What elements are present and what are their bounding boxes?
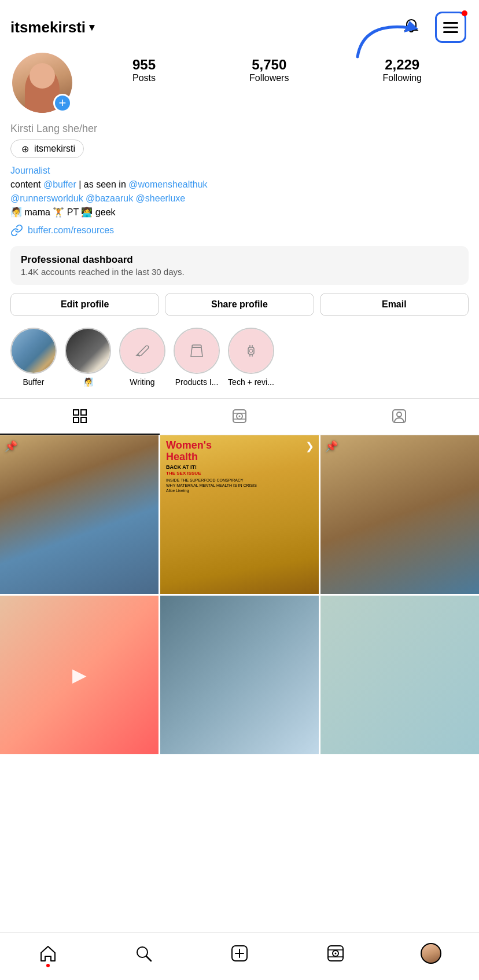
bio: Journalist content @buffer | as seen in … bbox=[10, 164, 469, 219]
search-icon bbox=[133, 943, 154, 964]
story-item-writing[interactable]: Writing bbox=[119, 328, 165, 387]
profile-nav-avatar bbox=[421, 943, 441, 964]
story-label-buffer: Buffer bbox=[23, 377, 44, 387]
tab-tagged[interactable] bbox=[319, 399, 479, 435]
nav-home[interactable] bbox=[32, 941, 64, 966]
nav-reels[interactable] bbox=[319, 941, 352, 966]
link-icon bbox=[10, 224, 23, 237]
svg-rect-4 bbox=[73, 410, 79, 415]
grid-cell-6[interactable] bbox=[320, 596, 479, 754]
threads-badge[interactable]: ⊕ itsmekirsti bbox=[10, 140, 84, 158]
profile-section: + 955 Posts 5,750 Followers 2,229 Follow… bbox=[0, 51, 479, 316]
bottom-spacer bbox=[0, 754, 479, 812]
menu-notification-dot bbox=[462, 10, 467, 16]
svg-point-3 bbox=[249, 349, 253, 353]
story-circle-emoji bbox=[65, 328, 111, 374]
threads-handle: itsmekirsti bbox=[34, 144, 75, 154]
bio-mid: | as seen in bbox=[76, 179, 128, 189]
tab-bar bbox=[0, 398, 479, 435]
home-icon bbox=[38, 943, 58, 964]
play-icon-4: ▶ bbox=[72, 664, 87, 686]
story-image-buffer bbox=[12, 329, 56, 373]
grid-cell-4[interactable]: ▶ bbox=[0, 596, 159, 754]
followers-stat[interactable]: 5,750 Followers bbox=[249, 57, 289, 83]
story-item-emoji[interactable]: 🧖 bbox=[65, 328, 111, 387]
profile-name: Kirsti Lang she/her bbox=[10, 123, 469, 135]
grid-cell-3[interactable]: 📌 bbox=[320, 435, 479, 594]
bottom-nav bbox=[0, 932, 479, 980]
menu-line-3 bbox=[443, 31, 458, 33]
followers-count: 5,750 bbox=[249, 57, 289, 73]
posts-stat[interactable]: 955 Posts bbox=[132, 57, 156, 83]
bio-runnersworld-link[interactable]: @runnersworlduk bbox=[10, 193, 83, 203]
pro-dashboard-title: Professional dashboard bbox=[21, 254, 458, 266]
bio-buffer-link[interactable]: @buffer bbox=[43, 179, 76, 189]
edit-profile-button[interactable]: Edit profile bbox=[10, 293, 159, 316]
pin-icon-1: 📌 bbox=[5, 440, 17, 453]
story-circle-writing bbox=[119, 328, 165, 374]
header: itsmekirsti ▾ bbox=[0, 0, 479, 51]
stories-row: Buffer 🧖 Writing bbox=[0, 328, 479, 398]
writing-icon bbox=[132, 340, 153, 361]
grid-image-1 bbox=[0, 435, 159, 594]
grid-cell-1[interactable]: 📌 bbox=[0, 435, 159, 594]
tab-grid[interactable] bbox=[0, 399, 160, 435]
bio-sheerluxe-link[interactable]: @sheerluxe bbox=[136, 193, 186, 203]
chevron-down-icon: ▾ bbox=[89, 21, 94, 34]
following-count: 2,229 bbox=[382, 57, 422, 73]
story-image-tech bbox=[229, 329, 273, 373]
mag-tagline: THE SEX ISSUE bbox=[166, 471, 201, 476]
story-item-buffer[interactable]: Buffer bbox=[10, 328, 57, 387]
reels-icon bbox=[231, 408, 248, 424]
website-text: buffer.com/resources bbox=[28, 225, 114, 236]
bio-womenshealth-link[interactable]: @womenshealthuk bbox=[128, 179, 207, 189]
posts-label: Posts bbox=[132, 73, 156, 83]
menu-button[interactable] bbox=[433, 9, 469, 45]
notification-icon bbox=[403, 18, 420, 35]
nav-search[interactable] bbox=[127, 941, 160, 966]
add-story-button[interactable]: + bbox=[53, 94, 72, 112]
nav-create[interactable] bbox=[223, 941, 256, 966]
tab-reels[interactable] bbox=[160, 399, 319, 435]
products-icon bbox=[186, 340, 207, 361]
username-text: itsmekirsti bbox=[10, 19, 86, 36]
story-label-tech: Tech + revi... bbox=[228, 377, 274, 387]
menu-icon-box bbox=[435, 12, 466, 43]
grid-image-5 bbox=[160, 596, 319, 754]
story-label-writing: Writing bbox=[130, 377, 154, 387]
home-active-dot bbox=[46, 964, 50, 967]
grid-image-6 bbox=[320, 596, 479, 754]
bio-bazaar-link[interactable]: @bazaaruk bbox=[86, 193, 133, 203]
notification-button[interactable] bbox=[400, 16, 422, 39]
story-label-products: Products I... bbox=[175, 377, 219, 387]
pin-icon-3: 📌 bbox=[325, 440, 338, 453]
username-display[interactable]: itsmekirsti ▾ bbox=[10, 19, 94, 36]
share-profile-button[interactable]: Share profile bbox=[165, 293, 314, 316]
grid-cell-2[interactable]: Women'sHealth BACK AT IT! THE SEX ISSUE … bbox=[160, 435, 319, 594]
svg-point-10 bbox=[239, 416, 241, 417]
professional-dashboard[interactable]: Professional dashboard 1.4K accounts rea… bbox=[10, 246, 469, 285]
reels-nav-icon bbox=[325, 943, 346, 964]
svg-rect-7 bbox=[81, 417, 86, 423]
multi-icon-2: ❯ bbox=[305, 440, 314, 453]
avatar-wrap: + bbox=[10, 51, 74, 115]
website-link[interactable]: buffer.com/resources bbox=[10, 224, 469, 237]
following-stat[interactable]: 2,229 Following bbox=[382, 57, 422, 83]
story-item-products[interactable]: Products I... bbox=[174, 328, 220, 387]
bio-emoji-line: 🧖 mama 🏋️ PT 👩‍💻 geek bbox=[10, 207, 116, 217]
email-button[interactable]: Email bbox=[320, 293, 469, 316]
grid-cell-5[interactable] bbox=[160, 596, 319, 754]
create-icon bbox=[229, 943, 250, 964]
grid-image-2: Women'sHealth BACK AT IT! THE SEX ISSUE … bbox=[160, 435, 319, 594]
story-item-tech[interactable]: Tech + revi... bbox=[228, 328, 274, 387]
bio-prefix: content bbox=[10, 179, 43, 189]
menu-line-2 bbox=[443, 27, 458, 28]
mag-body-text: INSIDE THE SUPERFOOD CONSPIRACYWHY MATER… bbox=[166, 478, 257, 493]
story-image-writing bbox=[120, 329, 164, 373]
svg-line-16 bbox=[146, 956, 151, 961]
story-image-emoji bbox=[66, 329, 110, 373]
magazine-overlay: Women'sHealth BACK AT IT! THE SEX ISSUE … bbox=[160, 435, 319, 594]
following-label: Following bbox=[382, 73, 422, 83]
story-circle-products bbox=[174, 328, 220, 374]
nav-profile[interactable] bbox=[415, 941, 447, 966]
